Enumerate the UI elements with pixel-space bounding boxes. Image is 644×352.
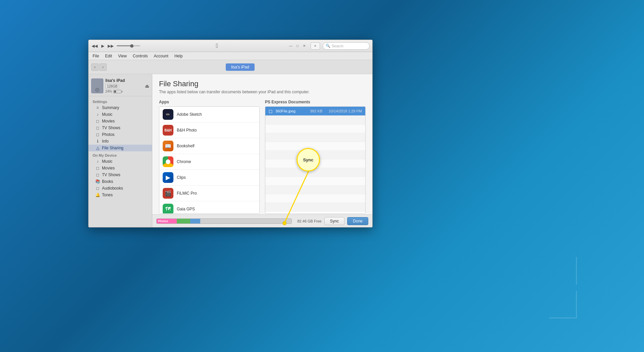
eject-button[interactable]: ⏏: [145, 83, 149, 89]
docs-panel-header: PS Express Documents: [265, 100, 366, 104]
battery-row: 24%: [105, 90, 143, 93]
empty-row: [265, 124, 365, 133]
battery-icon: [113, 90, 121, 93]
search-placeholder: Search: [332, 44, 343, 48]
content-scroll[interactable]: File Sharing The apps listed below can t…: [152, 74, 372, 214]
forward-button[interactable]: ›: [99, 63, 107, 71]
nav-bar: ‹ › lisa's iPad: [89, 60, 372, 74]
sidebar-item-music2[interactable]: ♪ Music: [89, 158, 152, 165]
adobe-sketch-icon: ✏: [163, 109, 173, 120]
sidebar-item-label: Music: [102, 112, 112, 117]
volume-slider[interactable]: [117, 45, 140, 46]
doc-name: 360File.jpeg: [275, 109, 301, 113]
slider-thumb: [130, 44, 133, 48]
battery-percent: 24%: [105, 90, 112, 93]
storage-bar: Photos: [156, 218, 292, 224]
maximize-button[interactable]: □: [295, 44, 300, 48]
grid-view-button[interactable]: ≡: [311, 42, 320, 50]
slider-fill: [117, 45, 132, 46]
sidebar: lisa's iPad 128GB 24% ⏏ Settings ≡: [89, 74, 152, 227]
device-button[interactable]: lisa's iPad: [226, 63, 255, 71]
close-button[interactable]: ✕: [302, 44, 307, 48]
sidebar-item-label: Movies: [102, 166, 115, 170]
docs-list[interactable]: ◻ 360File.jpeg 992 KB 10/14/2018 1:29 PM: [265, 106, 366, 214]
sidebar-item-label: Photos: [102, 132, 114, 137]
back-button[interactable]: ‹: [91, 63, 99, 71]
search-area: ≡ 🔍 Search: [311, 42, 370, 50]
sidebar-item-label: TV Shows: [102, 172, 120, 177]
books-icon: 📚: [95, 179, 100, 184]
rewind-button[interactable]: ◀◀: [91, 43, 98, 49]
apps-panel-header: Apps: [159, 100, 260, 104]
search-box[interactable]: 🔍 Search: [323, 42, 370, 50]
music2-icon: ♪: [95, 159, 100, 164]
app-item-gaia[interactable]: 🗺 Gaia GPS: [159, 201, 259, 214]
empty-row: [265, 133, 365, 142]
apps-panel: Apps ✏ Adobe Sketch B&H B&H Photo: [159, 100, 260, 214]
menu-controls[interactable]: Controls: [130, 53, 151, 59]
sidebar-item-label: File Sharing: [102, 146, 123, 150]
sidebar-item-info[interactable]: ℹ Info: [89, 138, 152, 145]
storage-green-segment: [177, 219, 190, 223]
app-item-adobe-sketch[interactable]: ✏ Adobe Sketch: [159, 107, 259, 122]
content-area: File Sharing The apps listed below can t…: [152, 74, 372, 227]
sidebar-item-music[interactable]: ♪ Music: [89, 111, 152, 118]
device-info: lisa's iPad 128GB 24%: [105, 78, 143, 93]
sync-button[interactable]: Sync: [324, 217, 345, 225]
sidebar-item-filesharing[interactable]: △ File Sharing: [89, 145, 152, 151]
menu-file[interactable]: File: [90, 53, 102, 59]
movies2-icon: ◻: [95, 166, 100, 170]
sidebar-item-photos[interactable]: ◻ Photos: [89, 131, 152, 138]
device-storage-badge: 128GB: [105, 84, 119, 89]
fast-forward-button[interactable]: ▶▶: [107, 43, 114, 49]
summary-icon: ≡: [95, 105, 100, 110]
tvshows-icon: ◻: [95, 125, 100, 130]
photos-icon: ◻: [95, 132, 100, 137]
device-name: lisa's iPad: [105, 78, 143, 83]
menu-account[interactable]: Account: [151, 53, 171, 59]
sidebar-item-label: Movies: [102, 119, 115, 123]
sidebar-item-movies[interactable]: ◻ Movies: [89, 118, 152, 124]
app-item-clips[interactable]: ▶ Clips: [159, 170, 259, 186]
sidebar-item-books[interactable]: 📚 Books: [89, 178, 152, 185]
storage-free-segment: [200, 219, 291, 223]
docs-panel: PS Express Documents ◻ 360File.jpeg 992 …: [265, 100, 366, 214]
bh-photo-icon: B&H: [163, 125, 173, 136]
page-title: File Sharing: [159, 80, 366, 88]
sidebar-item-label: TV Shows: [102, 125, 120, 130]
bottom-bar: Photos 82.46 GB Free Sync Done: [152, 214, 372, 227]
apple-logo: : [146, 42, 288, 49]
app-item-bookshelf[interactable]: 📖 Bookshelf: [159, 138, 259, 154]
window-controls: — □ ✕: [288, 44, 307, 48]
filesharing-icon: △: [95, 146, 100, 150]
title-bar: ◀◀ ▶ ▶▶  — □ ✕ ≡ 🔍: [89, 40, 372, 52]
sidebar-item-tvshows2[interactable]: ◻ TV Shows: [89, 171, 152, 178]
minimize-button[interactable]: —: [288, 44, 293, 48]
doc-item-360file[interactable]: ◻ 360File.jpeg 992 KB 10/14/2018 1:29 PM: [265, 107, 365, 116]
sidebar-item-audiobooks[interactable]: ◻ Audiobooks: [89, 185, 152, 192]
sidebar-item-movies2[interactable]: ◻ Movies: [89, 165, 152, 171]
empty-row: [265, 186, 365, 194]
sidebar-item-tones[interactable]: 🔔 Tones: [89, 192, 152, 198]
app-name: Bookshelf: [177, 144, 195, 148]
app-item-chrome[interactable]: Chrome: [159, 154, 259, 170]
play-button[interactable]: ▶: [99, 43, 106, 49]
document-icon: ◻: [269, 108, 273, 114]
photos-label: Photos: [158, 219, 168, 223]
slider-track: [117, 45, 140, 46]
empty-row: [265, 116, 365, 124]
tones-icon: 🔔: [95, 193, 100, 197]
sidebar-item-summary[interactable]: ≡ Summary: [89, 104, 152, 111]
done-button[interactable]: Done: [347, 217, 368, 225]
clips-icon: ▶: [163, 172, 173, 183]
menu-edit[interactable]: Edit: [102, 53, 115, 59]
menu-bar: File Edit View Controls Account Help: [89, 52, 372, 60]
menu-view[interactable]: View: [115, 53, 129, 59]
page-subtitle: The apps listed below can transfer docum…: [159, 90, 366, 94]
app-item-bh-photo[interactable]: B&H B&H Photo: [159, 122, 259, 138]
apps-list[interactable]: ✏ Adobe Sketch B&H B&H Photo 📖 Bookshel: [159, 106, 260, 214]
menu-help[interactable]: Help: [172, 53, 185, 59]
sidebar-item-tvshows[interactable]: ◻ TV Shows: [89, 124, 152, 131]
filmic-icon: 🎬: [163, 188, 173, 199]
app-item-filmic[interactable]: 🎬 FiLMiC Pro: [159, 186, 259, 201]
